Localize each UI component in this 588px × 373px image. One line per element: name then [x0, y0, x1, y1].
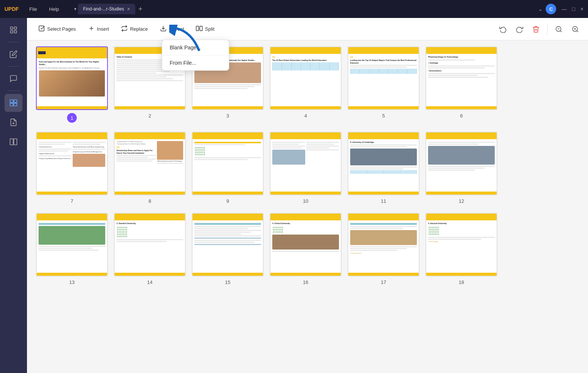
- new-tab-btn[interactable]: +: [138, 5, 142, 13]
- page-item-6[interactable]: Pharmacology & Toxicology • Zoology • Ec…: [425, 46, 497, 123]
- page-num-17: 17: [381, 279, 386, 285]
- sidebar-item-organize[interactable]: [4, 94, 22, 112]
- select-pages-btn[interactable]: Select Pages: [33, 22, 81, 36]
- tab-close-btn[interactable]: ×: [127, 6, 130, 12]
- rotate-right-btn[interactable]: [513, 22, 526, 36]
- page-item-8[interactable]: • Naval Architecture and Marine Engineer…: [114, 132, 186, 204]
- page-item-11[interactable]: 5. University of Cambridge 11: [348, 132, 419, 204]
- page-num-badge-1: 1: [67, 113, 77, 123]
- page-thumb-4: 02 The 10 Best Global Universities Leadi…: [270, 46, 342, 110]
- svg-rect-3: [14, 31, 16, 33]
- insert-icon: [88, 25, 95, 33]
- page-thumb-9: [192, 132, 264, 195]
- title-chevron-icon[interactable]: ⌄: [538, 6, 543, 12]
- page-item-4[interactable]: 02 The 10 Best Global Universities Leadi…: [270, 46, 342, 123]
- page-item-16[interactable]: 4. Oxford University 16: [270, 213, 342, 285]
- rotate-left-btn[interactable]: [496, 22, 510, 36]
- extract-btn[interactable]: Extract: [155, 22, 189, 36]
- close-btn[interactable]: ×: [581, 6, 584, 12]
- pages-row-2: • Actuarial Science • Applied Mathematic…: [36, 132, 579, 204]
- tab-dropdown-icon[interactable]: ▾: [74, 6, 76, 12]
- page-num-6: 6: [460, 113, 463, 119]
- split-label: Split: [205, 26, 214, 32]
- pages-row-3: 13 3. Stanford University: [36, 213, 579, 285]
- content-area: Select Pages Insert Replace: [27, 18, 588, 373]
- toolbar-separator: [547, 23, 548, 35]
- svg-rect-18: [200, 26, 203, 31]
- page-item-15[interactable]: 15: [192, 213, 264, 285]
- page-item-17[interactable]: • Sub-heading 2 17: [348, 213, 419, 285]
- replace-btn[interactable]: Replace: [116, 22, 153, 36]
- pages-row-1: Find and Apply For the Best Institutes I…: [36, 46, 579, 123]
- page-item-10[interactable]: 10: [270, 132, 342, 204]
- page-thumb-14: 3. Stanford University: [114, 213, 186, 276]
- zoom-in-btn[interactable]: [569, 22, 582, 36]
- svg-line-21: [560, 30, 562, 32]
- page-num-5: 5: [382, 113, 385, 119]
- page-num-13: 13: [69, 279, 75, 285]
- select-pages-label: Select Pages: [47, 26, 76, 32]
- page-thumb-11: 5. University of Cambridge: [348, 132, 419, 195]
- split-btn[interactable]: Split: [191, 22, 219, 36]
- page-num-10: 10: [303, 198, 308, 204]
- svg-rect-17: [196, 26, 199, 31]
- svg-rect-10: [10, 139, 13, 145]
- tab-title: Find-and-...r-Studies: [83, 6, 124, 12]
- page-num-2: 2: [148, 113, 151, 119]
- page-num-12: 12: [459, 198, 464, 204]
- page-thumb-17: • Sub-heading 2: [348, 213, 419, 276]
- sidebar-item-edit[interactable]: [4, 45, 22, 63]
- sidebar-item-compare[interactable]: [4, 133, 22, 151]
- page-item-12[interactable]: 12: [425, 132, 497, 204]
- page-item-14[interactable]: 3. Stanford University: [114, 213, 186, 285]
- page-num-18: 18: [459, 279, 464, 285]
- page-num-4: 4: [304, 113, 307, 119]
- page-num-14: 14: [147, 279, 152, 285]
- page-thumb-16: 4. Oxford University: [270, 213, 342, 276]
- svg-rect-4: [10, 100, 13, 103]
- sidebar-item-thumbnail[interactable]: [4, 21, 22, 39]
- minimize-btn[interactable]: —: [561, 6, 567, 12]
- sidebar: [0, 18, 27, 373]
- page-thumb-15: [192, 213, 264, 276]
- extract-icon: [160, 25, 167, 33]
- page-num-9: 9: [226, 198, 229, 204]
- sidebar-item-comment[interactable]: [4, 70, 22, 88]
- extract-label: Extract: [169, 26, 184, 32]
- svg-rect-1: [14, 27, 16, 29]
- page-thumb-7: • Actuarial Science • Applied Mathematic…: [36, 132, 108, 195]
- svg-rect-13: [39, 26, 44, 31]
- sidebar-item-extract[interactable]: [4, 113, 22, 131]
- page-thumb-18: 5. Harvard University • Sub-heading: [425, 213, 497, 276]
- page-item-13[interactable]: 13: [36, 213, 108, 285]
- page-num-11: 11: [381, 198, 386, 204]
- svg-rect-0: [10, 27, 13, 29]
- insert-btn[interactable]: Insert: [83, 22, 115, 36]
- page-num-16: 16: [303, 279, 308, 285]
- active-tab[interactable]: Find-and-...r-Studies ×: [78, 4, 136, 14]
- page-item-18[interactable]: 5. Harvard University • Sub-heading: [425, 213, 497, 285]
- page-item-7[interactable]: • Actuarial Science • Applied Mathematic…: [36, 132, 108, 204]
- page-thumb-1: Find and Apply For the Best Institutes I…: [36, 46, 108, 110]
- page-thumb-8: • Naval Architecture and Marine Engineer…: [114, 132, 186, 195]
- menu-help[interactable]: Help: [45, 5, 64, 13]
- page-item-9[interactable]: 9: [192, 132, 264, 204]
- page-item-1[interactable]: Find and Apply For the Best Institutes I…: [36, 46, 108, 123]
- svg-rect-5: [14, 100, 17, 103]
- menu-file[interactable]: File: [25, 5, 42, 13]
- page-thumb-10: [270, 132, 342, 195]
- page-item-5[interactable]: 03 Looking into the Top 10 Subject Major…: [348, 46, 419, 123]
- blank-page-option[interactable]: Blank Page...: [162, 40, 229, 55]
- svg-rect-7: [14, 103, 17, 106]
- page-thumb-6: Pharmacology & Toxicology • Zoology • Ec…: [425, 46, 497, 110]
- user-avatar[interactable]: C: [546, 4, 556, 14]
- page-thumb-13: [36, 213, 108, 276]
- maximize-btn[interactable]: □: [572, 6, 575, 12]
- svg-rect-11: [14, 139, 17, 145]
- delete-btn[interactable]: [529, 22, 543, 36]
- page-num-8: 8: [148, 198, 151, 204]
- from-file-option[interactable]: From File...: [162, 55, 229, 70]
- replace-label: Replace: [130, 26, 148, 32]
- page-num-15: 15: [225, 279, 230, 285]
- zoom-out-btn[interactable]: [552, 22, 566, 36]
